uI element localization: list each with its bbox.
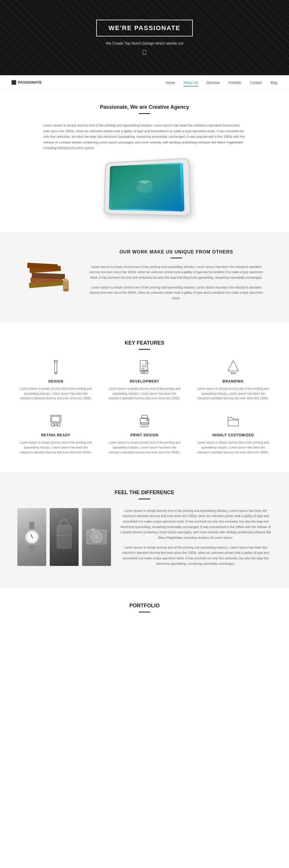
design-icon <box>48 359 63 376</box>
feel-image-watch <box>17 508 46 566</box>
unique-divider <box>171 257 182 258</box>
tablet-outer <box>104 158 191 216</box>
branding-icon <box>226 359 241 376</box>
nav-item-portfolio[interactable]: Portfolio <box>228 80 241 85</box>
print-icon <box>137 412 152 430</box>
watch-strap-bottom <box>29 545 34 552</box>
feel-text-2: Lorem Ipsum is simply dummy text of the … <box>120 545 272 566</box>
design-feature-title: DESIGN <box>17 379 95 383</box>
scroll-down-icon: ⎕ <box>143 49 146 56</box>
about-text: Lorem Ipsum is simply dummy text of the … <box>43 123 246 151</box>
svg-rect-15 <box>54 361 58 362</box>
about-title: Passionate, We are Creative Agency <box>23 104 266 110</box>
nav-link-blog[interactable]: Blog <box>270 81 278 85</box>
retina-feature-title: RETINA READY <box>17 433 95 437</box>
features-grid: DESIGN Lorem Ipsum is simply dummy text … <box>17 359 272 455</box>
unique-section: OUR WORK MAKE US UNIQUE FROM OTHERS Lore… <box>0 232 289 322</box>
hero-title: WE'RE PASSIONATE <box>108 24 180 32</box>
watch-strap-top <box>29 522 34 529</box>
print-feature-title: PRINT DESIGN <box>106 433 183 437</box>
feel-content: Lorem Ipsum is simply dummy text of the … <box>17 508 272 571</box>
books-svg <box>23 254 75 300</box>
feel-title: FEEL THE DIFFERENCE <box>17 490 272 496</box>
nav-item-blog[interactable]: Blog <box>270 80 278 85</box>
unique-content: OUR WORK MAKE US UNIQUE FROM OTHERS Lore… <box>87 249 266 305</box>
svg-point-10 <box>63 289 69 292</box>
feature-customized: HIGHLY CUSTOMIZED Lorem Ipsum is simply … <box>194 412 272 455</box>
svg-marker-14 <box>55 373 57 374</box>
feature-branding: BRANDING Lorem Ipsum is simply dummy tex… <box>194 359 272 401</box>
svg-marker-23 <box>228 361 239 371</box>
svg-rect-31 <box>57 424 60 426</box>
camera-svg <box>82 508 111 566</box>
tablet-screen <box>109 163 184 212</box>
unique-text-2: Lorem Ipsum is simply dummy text of the … <box>87 285 266 301</box>
features-title: KEY FEATURES <box>17 340 272 346</box>
nav-item-home[interactable]: Home <box>166 80 175 85</box>
print-feature-text: Lorem Ipsum is simply dummy text of the … <box>106 440 183 455</box>
hero-title-box: WE'RE PASSIONATE <box>96 20 192 36</box>
hero-section: WE'RE PASSIONATE We Create Top Notch Des… <box>0 0 289 75</box>
watch-face <box>24 529 40 545</box>
brand-icon <box>11 80 16 85</box>
bag-svg <box>50 508 79 566</box>
customized-feature-text: Lorem Ipsum is simply dummy text of the … <box>194 440 272 455</box>
feel-section: FEEL THE DIFFERENCE <box>0 472 289 588</box>
features-divider <box>139 349 150 350</box>
svg-point-43 <box>94 534 99 540</box>
svg-rect-27 <box>52 416 60 422</box>
feel-text-1: Lorem Ipsum is simply dummy text of the … <box>120 508 272 540</box>
development-icon <box>137 359 152 376</box>
customized-icon <box>226 412 241 430</box>
customized-feature-title: HIGHLY CUSTOMIZED <box>194 433 272 437</box>
nav-item-contact[interactable]: Contact <box>250 80 262 85</box>
feel-image-bag <box>50 508 79 566</box>
feel-image-camera <box>82 508 111 566</box>
feel-images <box>17 508 111 566</box>
branding-feature-title: BRANDING <box>194 379 272 383</box>
svg-rect-16 <box>140 361 148 371</box>
svg-rect-39 <box>57 525 71 549</box>
feature-retina: RETINA READY Lorem Ipsum is simply dummy… <box>17 412 95 455</box>
tablet-image <box>101 160 188 218</box>
brand-logo[interactable]: PASSIONATE <box>11 80 42 85</box>
svg-point-37 <box>147 420 148 421</box>
watch-hand <box>31 534 33 538</box>
svg-rect-30 <box>51 424 54 426</box>
tablet-screen-svg <box>112 164 181 210</box>
nav-link-about[interactable]: About Us <box>183 81 198 87</box>
feel-text-block: Lorem Ipsum is simply dummy text of the … <box>120 508 272 571</box>
feature-design: DESIGN Lorem Ipsum is simply dummy text … <box>17 359 95 401</box>
nav-link-portfolio[interactable]: Portfolio <box>228 81 241 85</box>
design-feature-text: Lorem Ipsum is simply dummy text of the … <box>17 386 95 401</box>
svg-rect-32 <box>140 418 149 424</box>
feel-divider <box>139 498 150 499</box>
unique-text-1: Lorem Ipsum is simply dummy text of the … <box>87 264 266 280</box>
branding-feature-text: Lorem Ipsum is simply dummy text of the … <box>194 386 272 401</box>
feature-print: PRINT DESIGN Lorem Ipsum is simply dummy… <box>106 412 183 455</box>
retina-icon <box>48 412 63 430</box>
feature-development: DEVELOPMENT Lorem Ipsum is simply dummy … <box>106 359 183 401</box>
features-section: KEY FEATURES DESIGN Lorem Ipsum is simpl… <box>0 322 289 472</box>
brand-name: PASSIONATE <box>18 80 42 85</box>
nav-link-contact[interactable]: Contact <box>250 81 262 85</box>
portfolio-title: PORTFOLIO <box>17 603 272 609</box>
portfolio-section: PORTFOLIO <box>0 588 289 639</box>
development-feature-text: Lorem Ipsum is simply dummy text of the … <box>106 386 183 401</box>
retina-feature-text: Lorem Ipsum is simply dummy text of the … <box>17 440 95 455</box>
about-divider <box>139 113 150 114</box>
books-illustration <box>23 254 75 300</box>
nav-links: Home About Us Services Portfolio Contact… <box>166 80 278 85</box>
portfolio-divider <box>139 612 150 613</box>
development-feature-title: DEVELOPMENT <box>106 379 183 383</box>
svg-rect-20 <box>141 370 148 374</box>
hero-subtitle: We Create Top Notch Design which stands … <box>106 41 183 45</box>
navbar: PASSIONATE Home About Us Services Portfo… <box>0 75 289 90</box>
nav-link-home[interactable]: Home <box>166 81 175 85</box>
unique-title: OUR WORK MAKE US UNIQUE FROM OTHERS <box>87 249 266 255</box>
nav-link-services[interactable]: Services <box>207 81 220 85</box>
svg-rect-34 <box>141 423 148 427</box>
nav-item-about[interactable]: About Us <box>183 80 198 85</box>
svg-rect-44 <box>91 528 95 531</box>
nav-item-services[interactable]: Services <box>207 80 220 85</box>
